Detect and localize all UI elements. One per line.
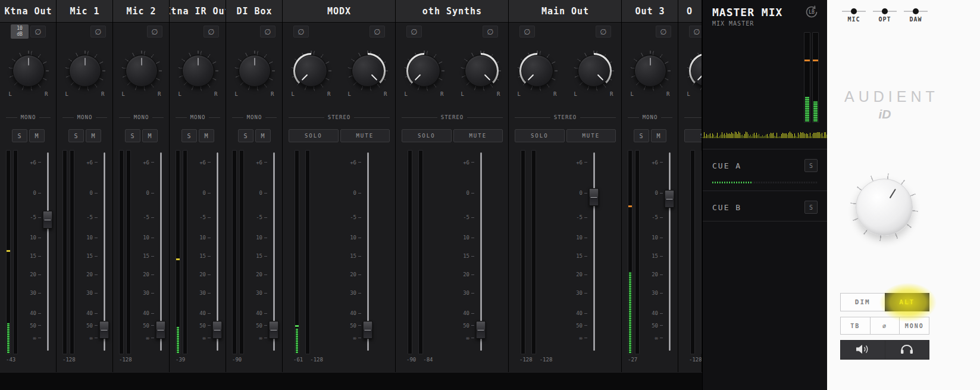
opt-trim-slider[interactable] — [873, 11, 897, 12]
phase-invert-button[interactable]: ∅ — [293, 26, 309, 38]
loopback-icon[interactable]: LB — [803, 4, 820, 20]
channel-mode-label: MONO — [0, 111, 57, 124]
mute-button[interactable]: M — [86, 129, 101, 142]
db-scale-mark: 20 — [199, 272, 211, 277]
channel-inner: Out 3∅ LR MONO S M +60-5101520304050∞ -2… — [622, 0, 678, 372]
source-opt[interactable]: OPT — [871, 6, 898, 23]
solo-button[interactable]: S — [634, 129, 649, 142]
channel-name: MODX — [283, 0, 396, 23]
headphone-output-button[interactable] — [885, 340, 930, 360]
solo-button[interactable]: S — [12, 129, 27, 142]
phase-invert-button[interactable]: ∅ — [30, 26, 46, 38]
mute-button[interactable]: M — [29, 129, 45, 142]
phase-invert-button[interactable]: ∅ — [90, 26, 106, 38]
pan-knob[interactable] — [69, 55, 101, 87]
fader-cap[interactable] — [99, 321, 109, 339]
db-scale-mark: 0 — [146, 190, 154, 196]
fader-cap[interactable] — [589, 188, 599, 206]
meter-bar — [408, 150, 412, 354]
opt-trim-dot[interactable] — [882, 8, 888, 14]
mute-button[interactable]: M — [255, 129, 271, 142]
meter-fill — [296, 329, 298, 353]
meter-bar — [70, 150, 74, 354]
db-scale-mark: 40 — [463, 310, 474, 316]
mono-button[interactable]: MONO — [899, 317, 929, 335]
pan-knob[interactable] — [239, 55, 271, 87]
phase-invert-button[interactable]: ∅ — [656, 26, 671, 38]
fader-cap[interactable] — [363, 321, 373, 339]
fader — [268, 150, 279, 354]
pan-knob[interactable] — [126, 55, 158, 87]
cue-a-solo-button[interactable]: S — [804, 159, 818, 172]
fader-cap[interactable] — [43, 211, 53, 229]
source-mic[interactable]: MIC — [840, 6, 868, 23]
pan-knob[interactable] — [12, 55, 45, 87]
solo-button[interactable]: SOLO — [402, 129, 452, 142]
pan-knob[interactable] — [465, 55, 497, 87]
talkback-button[interactable]: TB — [840, 317, 871, 335]
phase-invert-button[interactable]: ∅ — [260, 26, 275, 38]
monitor-volume-knob[interactable] — [856, 179, 913, 236]
mic-trim-slider[interactable] — [842, 11, 866, 12]
phase-invert-button[interactable]: ∅ — [203, 26, 219, 38]
pan-knob[interactable] — [691, 55, 703, 87]
pan-knob[interactable] — [634, 55, 666, 87]
phase-button[interactable]: ∅ — [870, 317, 900, 335]
fader-cap[interactable] — [476, 321, 486, 339]
speaker-output-button[interactable] — [840, 340, 885, 360]
db-scale-mark: 15 — [199, 253, 211, 259]
pan-knob[interactable] — [521, 55, 553, 87]
db-scale-mark: 50 — [143, 323, 154, 329]
db-scale-mark: -5 — [463, 214, 474, 220]
solo-button[interactable]: SOLO — [289, 129, 339, 142]
solo-button[interactable]: S — [68, 129, 84, 142]
solo-button[interactable]: SOLO — [684, 129, 702, 142]
phase-row: 10dB∅ — [0, 23, 57, 40]
phase-invert-button[interactable]: ∅ — [596, 26, 611, 38]
fader-cap[interactable] — [212, 321, 223, 339]
fader — [664, 150, 675, 354]
pan-knob[interactable] — [408, 55, 440, 87]
fader-cap[interactable] — [156, 321, 166, 339]
meter-peak — [813, 60, 818, 61]
meter-bar — [521, 150, 525, 354]
solo-button[interactable]: S — [125, 129, 140, 142]
meter-bar — [232, 150, 237, 354]
phase-invert-button[interactable]: ∅ — [147, 26, 162, 38]
phase-invert-button[interactable]: ∅ — [689, 26, 702, 38]
knob-pointer — [182, 55, 214, 87]
phase-invert-button[interactable]: ∅ — [519, 26, 535, 38]
mute-button[interactable]: MUTE — [453, 129, 503, 142]
pan-knob[interactable] — [578, 55, 610, 87]
mute-button[interactable]: MUTE — [340, 129, 390, 142]
knob-pointer — [684, 48, 702, 93]
channel-inner: MODX∅∅ LR LR STEREO SOLO MUTE +60-510152… — [283, 0, 396, 372]
solo-button[interactable]: SOLO — [515, 129, 565, 142]
pan-knob[interactable] — [295, 55, 327, 87]
mute-button[interactable]: M — [651, 129, 666, 142]
pan-knob[interactable] — [352, 55, 384, 87]
cue-b-solo-button[interactable]: S — [804, 201, 818, 214]
source-daw[interactable]: DAW — [902, 6, 929, 23]
channel-strip-oth-synths: oth Synths∅∅ LR LR STEREO SOLO MUTE +60-… — [396, 0, 509, 372]
fader-cap[interactable] — [665, 190, 675, 208]
daw-trim-dot[interactable] — [913, 8, 919, 14]
phase-invert-button[interactable]: ∅ — [483, 26, 498, 38]
phase-invert-button[interactable]: ∅ — [406, 26, 422, 38]
solo-button[interactable]: S — [238, 129, 253, 142]
fader-cap[interactable] — [269, 321, 279, 339]
solo-button[interactable]: S — [181, 129, 197, 142]
pan-knob[interactable] — [182, 55, 214, 87]
mute-button[interactable]: MUTE — [566, 129, 616, 142]
db-scale-mark: 50 — [652, 323, 663, 329]
channel-strip-o: O∅∅ LR LR STEREO SOLO MUTE +60-510152030… — [678, 0, 702, 372]
channel-mode-label: MONO — [226, 111, 283, 124]
mic-trim-dot[interactable] — [851, 8, 857, 14]
mute-button[interactable]: M — [199, 129, 214, 142]
phase-invert-button[interactable]: ∅ — [370, 26, 385, 38]
level-meters — [690, 150, 702, 354]
mute-button[interactable]: M — [142, 129, 158, 142]
daw-trim-slider[interactable] — [904, 11, 928, 12]
alt-button[interactable]: ALT — [885, 293, 930, 311]
dim-button[interactable]: DIM — [840, 293, 885, 311]
